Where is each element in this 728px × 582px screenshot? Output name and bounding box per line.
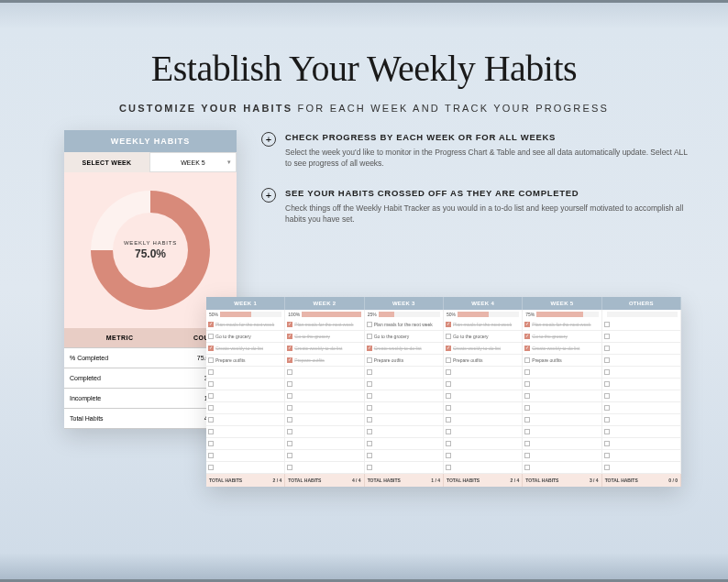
checkbox-icon[interactable] [524, 405, 530, 411]
empty-cell[interactable] [444, 450, 523, 462]
checkbox-icon[interactable] [287, 465, 292, 470]
checkbox-icon[interactable] [524, 393, 530, 399]
checkbox-icon[interactable] [524, 465, 530, 470]
checkbox-icon[interactable] [208, 334, 214, 339]
habit-cell[interactable]: Create weekly to-do list [523, 343, 601, 355]
checkbox-icon[interactable] [446, 357, 451, 363]
checkbox-icon[interactable] [446, 346, 451, 351]
checkbox-icon[interactable] [604, 346, 610, 351]
checkbox-icon[interactable] [604, 417, 610, 423]
checkbox-icon[interactable] [524, 334, 530, 339]
checkbox-icon[interactable] [287, 393, 292, 399]
empty-cell[interactable] [523, 450, 601, 462]
checkbox-icon[interactable] [604, 465, 610, 470]
empty-cell[interactable] [444, 379, 523, 390]
empty-cell[interactable] [602, 450, 681, 462]
empty-cell[interactable] [206, 462, 285, 474]
checkbox-icon[interactable] [367, 357, 372, 363]
empty-cell[interactable] [444, 414, 523, 426]
empty-cell[interactable] [206, 438, 285, 450]
empty-cell[interactable] [206, 414, 285, 426]
checkbox-icon[interactable] [208, 393, 214, 399]
empty-cell[interactable] [444, 462, 523, 474]
habit-cell[interactable]: Go to the grocery [365, 331, 444, 343]
checkbox-icon[interactable] [208, 465, 214, 470]
checkbox-icon[interactable] [367, 453, 372, 458]
empty-cell[interactable] [523, 379, 601, 390]
checkbox-icon[interactable] [367, 429, 372, 434]
habit-cell[interactable] [602, 355, 681, 367]
checkbox-icon[interactable] [367, 441, 372, 446]
checkbox-icon[interactable] [367, 369, 372, 375]
habit-cell[interactable]: Prepare outfits [206, 355, 285, 367]
checkbox-icon[interactable] [208, 417, 214, 423]
habit-cell[interactable]: Prepare outfits [523, 355, 601, 367]
empty-cell[interactable] [523, 438, 601, 450]
checkbox-icon[interactable] [367, 346, 372, 351]
habit-cell[interactable] [602, 343, 681, 355]
empty-cell[interactable] [602, 390, 681, 402]
habit-cell[interactable]: Prepare outfits [285, 355, 364, 367]
checkbox-icon[interactable] [524, 346, 530, 351]
checkbox-icon[interactable] [446, 322, 451, 327]
checkbox-icon[interactable] [208, 429, 214, 434]
checkbox-icon[interactable] [367, 322, 372, 327]
checkbox-icon[interactable] [446, 453, 451, 458]
empty-cell[interactable] [285, 367, 364, 379]
empty-cell[interactable] [206, 450, 285, 462]
empty-cell[interactable] [365, 390, 444, 402]
checkbox-icon[interactable] [367, 417, 372, 423]
empty-cell[interactable] [285, 402, 364, 414]
empty-cell[interactable] [365, 426, 444, 438]
checkbox-icon[interactable] [208, 441, 214, 446]
checkbox-icon[interactable] [524, 369, 530, 375]
habit-cell[interactable]: Go to the grocery [523, 331, 601, 343]
checkbox-icon[interactable] [446, 381, 451, 387]
empty-cell[interactable] [365, 367, 444, 379]
checkbox-icon[interactable] [604, 405, 610, 411]
habit-cell[interactable]: Go to the grocery [285, 331, 364, 343]
checkbox-icon[interactable] [446, 393, 451, 399]
checkbox-icon[interactable] [604, 429, 610, 434]
habit-cell[interactable]: Plan meals for the next week [444, 319, 523, 331]
empty-cell[interactable] [285, 379, 364, 390]
checkbox-icon[interactable] [446, 429, 451, 434]
empty-cell[interactable] [206, 390, 285, 402]
checkbox-icon[interactable] [287, 429, 292, 434]
empty-cell[interactable] [444, 390, 523, 402]
checkbox-icon[interactable] [604, 381, 610, 387]
empty-cell[interactable] [523, 390, 601, 402]
empty-cell[interactable] [365, 450, 444, 462]
empty-cell[interactable] [285, 450, 364, 462]
checkbox-icon[interactable] [446, 334, 451, 339]
checkbox-icon[interactable] [367, 465, 372, 470]
habit-cell[interactable]: Plan meals for the next week [365, 319, 444, 331]
checkbox-icon[interactable] [287, 346, 292, 351]
checkbox-icon[interactable] [604, 441, 610, 446]
checkbox-icon[interactable] [604, 369, 610, 375]
empty-cell[interactable] [365, 414, 444, 426]
empty-cell[interactable] [365, 462, 444, 474]
checkbox-icon[interactable] [367, 405, 372, 411]
empty-cell[interactable] [444, 438, 523, 450]
week-dropdown[interactable]: WEEK 5 [149, 152, 237, 172]
checkbox-icon[interactable] [287, 405, 292, 411]
empty-cell[interactable] [285, 426, 364, 438]
checkbox-icon[interactable] [446, 369, 451, 375]
empty-cell[interactable] [523, 367, 601, 379]
checkbox-icon[interactable] [208, 357, 214, 363]
empty-cell[interactable] [206, 367, 285, 379]
checkbox-icon[interactable] [208, 322, 214, 327]
checkbox-icon[interactable] [287, 322, 292, 327]
empty-cell[interactable] [285, 414, 364, 426]
checkbox-icon[interactable] [524, 453, 530, 458]
empty-cell[interactable] [523, 462, 601, 474]
habit-cell[interactable]: Plan meals for the next week [206, 319, 285, 331]
checkbox-icon[interactable] [604, 357, 610, 363]
habit-cell[interactable]: Go to the grocery [206, 331, 285, 343]
empty-cell[interactable] [206, 402, 285, 414]
empty-cell[interactable] [444, 426, 523, 438]
empty-cell[interactable] [602, 426, 681, 438]
checkbox-icon[interactable] [524, 357, 530, 363]
empty-cell[interactable] [602, 414, 681, 426]
